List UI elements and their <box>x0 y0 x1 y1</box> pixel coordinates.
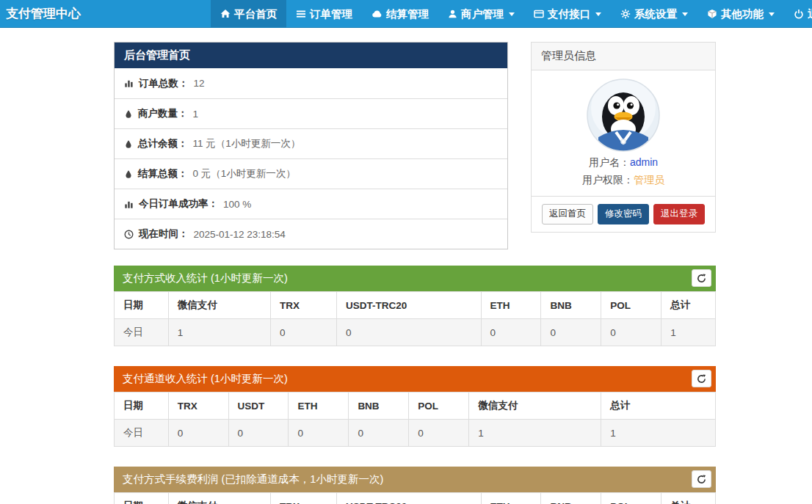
qq-penguin-avatar-image <box>587 78 660 152</box>
stat-value: 11 元（1小时更新一次） <box>193 137 301 150</box>
admin-panel-body: 用户名：admin 用户权限：管理员 <box>532 70 715 196</box>
column-header: USDT-TRC20 <box>337 493 482 504</box>
nav-link-order-management[interactable]: 订单管理 <box>286 0 362 28</box>
stat-label: 订单总数： <box>139 77 189 90</box>
table-cell: 今日 <box>115 420 169 447</box>
stat-value: 1 <box>193 109 199 120</box>
top-navbar: 支付管理中心 平台首页订单管理结算管理商户管理支付接口系统设置其他功能退出登录 <box>0 0 812 28</box>
nav-item-label: 结算管理 <box>386 7 429 21</box>
column-header: POL <box>601 493 661 504</box>
nav-item-settlement-management[interactable]: 结算管理 <box>362 0 438 28</box>
stats-table-block: 支付方式收入统计 (1小时更新一次)日期微信支付TRXUSDT-TRC20ETH… <box>114 266 716 346</box>
nav-link-settlement-management[interactable]: 结算管理 <box>362 0 438 28</box>
card-icon <box>534 9 544 19</box>
stat-value: 12 <box>194 78 205 89</box>
refresh-button[interactable] <box>692 370 711 387</box>
column-header: BNB <box>541 493 601 504</box>
stat-value: 2025-01-12 23:18:54 <box>194 229 286 240</box>
dashboard-panel: 后台管理首页 订单总数：12商户数量：1总计余额：11 元（1小时更新一次）结算… <box>114 42 508 249</box>
gear-icon <box>620 9 631 19</box>
table-title: 支付方式手续费利润 (已扣除通道成本，1小时更新一次) <box>123 473 383 485</box>
nav-item-platform-home[interactable]: 平台首页 <box>211 0 286 28</box>
bar-chart-icon <box>124 200 134 209</box>
role-label: 用户权限： <box>582 174 634 186</box>
droplet-icon <box>124 169 133 179</box>
username-row: 用户名：admin <box>532 156 715 169</box>
nav-item-label: 系统设置 <box>634 7 677 21</box>
back-home-button[interactable]: 返回首页 <box>542 204 593 224</box>
column-header: ETH <box>481 493 541 504</box>
column-header: 总计 <box>661 292 716 319</box>
stat-row-order-total: 订单总数：12 <box>115 68 507 98</box>
stat-row-current-time: 现在时间：2025-01-12 23:18:54 <box>115 219 507 249</box>
refresh-button[interactable] <box>692 269 711 287</box>
column-header: ETH <box>481 292 541 319</box>
nav-link-logout[interactable]: 退出登录 <box>784 0 812 28</box>
nav-item-order-management[interactable]: 订单管理 <box>286 0 362 28</box>
table-cell: 0 <box>349 420 409 447</box>
table-cell: 1 <box>168 319 270 346</box>
nav-item-other-functions[interactable]: 其他功能 <box>697 0 784 28</box>
logout-button[interactable]: 退出登录 <box>653 204 705 224</box>
column-header: BNB <box>349 392 409 420</box>
table-cell: 0 <box>337 319 482 346</box>
table-title: 支付通道收入统计 (1小时更新一次) <box>123 373 288 384</box>
stat-label: 现在时间： <box>139 227 189 241</box>
admin-info-panel: 管理员信息 <box>531 42 716 233</box>
list-icon <box>296 9 306 19</box>
home-icon <box>220 9 231 19</box>
column-header: TRX <box>270 292 336 319</box>
table-cell: 1 <box>469 420 601 447</box>
column-header: 微信支付 <box>469 392 601 420</box>
column-header: BNB <box>541 292 601 319</box>
nav-item-logout[interactable]: 退出登录 <box>784 0 812 28</box>
stats-table: 日期TRXUSDTETHBNBPOL微信支付总计今日0000011 <box>114 392 716 447</box>
table-header-bar: 支付方式手续费利润 (已扣除通道成本，1小时更新一次) <box>114 467 716 492</box>
nav-item-label: 支付接口 <box>548 7 590 21</box>
nav-link-other-functions[interactable]: 其他功能 <box>697 0 784 28</box>
droplet-icon <box>124 139 133 149</box>
stat-value: 0 元（1小时更新一次） <box>193 167 296 180</box>
admin-panel-footer: 返回首页 修改密码 退出登录 <box>532 196 715 232</box>
column-header: 微信支付 <box>168 292 270 319</box>
column-header: 总计 <box>661 493 716 504</box>
table-row: 今日0000011 <box>115 420 716 447</box>
column-header: 微信支付 <box>168 493 270 504</box>
nav-item-merchant-management[interactable]: 商户管理 <box>438 0 524 28</box>
username-link[interactable]: admin <box>630 156 658 168</box>
column-header: USDT <box>228 392 289 420</box>
stat-label: 结算总额： <box>138 167 188 180</box>
table-cell: 0 <box>541 319 601 346</box>
nav-item-label: 退出登录 <box>808 7 812 21</box>
stat-row-today-success-rate: 今日订单成功率：100 % <box>115 189 507 219</box>
nav-item-label: 商户管理 <box>461 7 504 21</box>
nav-item-payment-interface[interactable]: 支付接口 <box>524 0 611 28</box>
role-value: 管理员 <box>634 174 664 186</box>
stats-table-block: 支付通道收入统计 (1小时更新一次)日期TRXUSDTETHBNBPOL微信支付… <box>114 366 716 447</box>
caret-down-icon <box>509 12 515 16</box>
table-cell: 0 <box>481 319 541 346</box>
column-header: POL <box>601 292 661 319</box>
caret-down-icon <box>682 12 688 16</box>
refresh-icon <box>697 374 706 384</box>
droplet-icon <box>124 109 133 119</box>
nav-menu: 平台首页订单管理结算管理商户管理支付接口系统设置其他功能退出登录 <box>211 0 812 28</box>
stats-table: 日期微信支付TRXUSDT-TRC20ETHBNBPOL总计 <box>114 492 716 504</box>
column-header: POL <box>409 392 469 420</box>
stat-label: 商户数量： <box>138 107 188 120</box>
refresh-button[interactable] <box>692 470 711 488</box>
caret-down-icon <box>595 12 601 16</box>
change-password-button[interactable]: 修改密码 <box>598 204 649 224</box>
nav-link-merchant-management[interactable]: 商户管理 <box>438 0 524 28</box>
username-label: 用户名： <box>589 156 630 168</box>
stats-table-block: 支付方式手续费利润 (已扣除通道成本，1小时更新一次)日期微信支付TRXUSDT… <box>114 467 716 504</box>
nav-link-payment-interface[interactable]: 支付接口 <box>524 0 611 28</box>
nav-link-system-settings[interactable]: 系统设置 <box>611 0 697 28</box>
nav-item-label: 其他功能 <box>721 7 764 21</box>
nav-item-system-settings[interactable]: 系统设置 <box>611 0 697 28</box>
nav-link-platform-home[interactable]: 平台首页 <box>211 0 286 28</box>
table-cell: 0 <box>601 319 661 346</box>
refresh-icon <box>697 475 706 484</box>
cloud-icon <box>371 9 383 19</box>
dashboard-panel-title: 后台管理首页 <box>115 43 507 68</box>
